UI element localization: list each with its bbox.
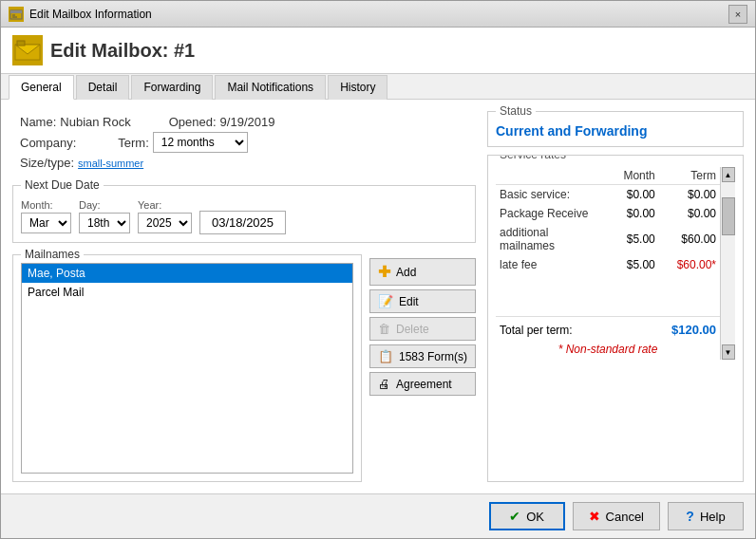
help-label: Help (700, 510, 726, 524)
tab-detail[interactable]: Detail (76, 75, 130, 100)
rates-section-title: Service rates (496, 155, 570, 161)
company-label: Company: (20, 136, 76, 150)
rate-month: $0.00 (608, 204, 659, 223)
rate-label: additional mailnames (496, 223, 608, 255)
ok-label: OK (526, 510, 544, 524)
rates-section: Service rates Month Term (487, 155, 744, 482)
main-content: Name: Nubian Rock Opened: 9/19/2019 Comp… (1, 100, 755, 493)
opened-value: 9/19/2019 (220, 115, 275, 129)
term-select[interactable]: 12 months 6 months 3 months 1 month (153, 132, 248, 153)
form1583-button[interactable]: 📋 1583 Form(s) (369, 344, 476, 368)
edit-button[interactable]: 📝 Edit (369, 289, 476, 313)
month-header: Month (608, 167, 659, 185)
mailnames-title: Mailnames (21, 248, 84, 261)
mailnames-buttons: ✚ Add 📝 Edit 🗑 Delete 📋 1583 Form(s) (369, 251, 476, 482)
delete-label: Delete (396, 323, 429, 336)
tabs-bar: General Detail Forwarding Mail Notificat… (1, 74, 755, 100)
date-display: 03/18/2025 (199, 211, 286, 234)
mailnames-group: Mailnames Mae, Posta Parcel Mail (12, 254, 362, 482)
add-label: Add (396, 266, 416, 279)
rate-row: late fee $5.00 $60.00* (496, 255, 720, 274)
rate-row: Basic service: $0.00 $0.00 (496, 185, 720, 205)
rate-label: Basic service: (496, 185, 608, 205)
header-bar: Edit Mailbox: #1 (1, 28, 755, 74)
rate-term: $0.00 (659, 204, 720, 223)
rate-label: Package Receive (496, 204, 608, 223)
mailbox-icon (12, 35, 43, 65)
name-value: Nubian Rock (60, 115, 130, 129)
cancel-label: Cancel (606, 510, 644, 524)
year-select[interactable]: 202520242026 (138, 213, 192, 233)
rate-term: $60.00* (659, 255, 720, 274)
close-button[interactable]: × (728, 5, 747, 24)
title-bar: Edit Mailbox Information × (1, 1, 755, 28)
status-section-title: Status (496, 104, 536, 118)
scroll-thumb[interactable] (722, 197, 735, 235)
svg-rect-1 (10, 10, 22, 13)
list-item[interactable]: Parcel Mail (22, 283, 352, 302)
total-label: Total per term: (500, 324, 573, 337)
help-icon: ? (686, 509, 694, 524)
day-field: Day: 18th1st2nd (79, 199, 130, 233)
total-value: $120.00 (671, 323, 716, 337)
mailnames-list[interactable]: Mae, Posta Parcel Mail (21, 263, 353, 474)
day-label: Day: (79, 199, 101, 211)
next-due-row: Month: MarJanFeb AprMayJun JulAugSep Oct… (21, 197, 467, 234)
help-button[interactable]: ? Help (668, 502, 744, 530)
delete-icon: 🗑 (378, 322, 390, 336)
size-label: Size/type: (20, 156, 74, 170)
month-select[interactable]: MarJanFeb AprMayJun JulAugSep OctNovDec (21, 213, 71, 233)
month-label: Month: (21, 199, 53, 211)
rate-row: Package Receive $0.00 $0.00 (496, 204, 720, 223)
tab-forwarding[interactable]: Forwarding (131, 75, 213, 100)
total-row: Total per term: $120.00 (496, 316, 720, 339)
form1583-label: 1583 Form(s) (399, 350, 467, 363)
opened-label: Opened: (169, 115, 217, 129)
window-title: Edit Mailbox Information (29, 8, 152, 21)
non-standard-note: * Non-standard rate (496, 339, 720, 360)
scroll-up[interactable]: ▲ (722, 167, 735, 182)
agreement-icon: 🖨 (378, 377, 390, 391)
ok-button[interactable]: ✔ OK (489, 502, 565, 530)
ok-icon: ✔ (509, 509, 520, 524)
header-title: Edit Mailbox: #1 (50, 40, 195, 62)
day-select[interactable]: 18th1st2nd (79, 213, 130, 233)
mailnames-section: Mailnames Mae, Posta Parcel Mail ✚ Add 📝… (12, 251, 476, 482)
year-field: Year: 202520242026 (138, 199, 192, 233)
rates-scrollbar[interactable]: ▲ ▼ (720, 167, 735, 360)
size-value: small-summer (78, 158, 143, 169)
agreement-label: Agreement (396, 378, 452, 391)
edit-icon: 📝 (378, 294, 393, 308)
tab-general[interactable]: General (9, 75, 74, 100)
status-section: Status Current and Forwarding (487, 111, 744, 147)
left-panel: Name: Nubian Rock Opened: 9/19/2019 Comp… (12, 111, 476, 482)
rate-month: $0.00 (608, 185, 659, 205)
tab-mail-notifications[interactable]: Mail Notifications (215, 75, 326, 100)
scroll-down[interactable]: ▼ (722, 344, 735, 360)
year-label: Year: (138, 199, 161, 211)
status-value: Current and Forwarding (496, 123, 735, 139)
rates-table: Month Term Basic service: $0.00 $0.00 (496, 167, 720, 274)
cancel-button[interactable]: ✖ Cancel (573, 502, 660, 530)
rate-label: late fee (496, 255, 608, 274)
next-due-title: Next Due Date (21, 178, 104, 192)
name-label: Name: (20, 115, 56, 129)
tab-history[interactable]: History (328, 75, 387, 100)
term-label: Term: (118, 136, 149, 150)
main-window: Edit Mailbox Information × Edit Mailbox:… (0, 0, 756, 539)
rate-month: $5.00 (608, 255, 659, 274)
add-icon: ✚ (378, 263, 390, 281)
rate-month: $5.00 (608, 223, 659, 255)
rate-term: $60.00 (659, 223, 720, 255)
title-bar-left: Edit Mailbox Information (9, 7, 152, 22)
month-field: Month: MarJanFeb AprMayJun JulAugSep Oct… (21, 199, 71, 233)
agreement-button[interactable]: 🖨 Agreement (369, 372, 476, 396)
add-button[interactable]: ✚ Add (369, 258, 476, 286)
edit-label: Edit (399, 295, 419, 308)
svg-rect-6 (17, 41, 25, 46)
window-icon (9, 7, 24, 22)
rate-term: $0.00 (659, 185, 720, 205)
delete-button[interactable]: 🗑 Delete (369, 317, 476, 341)
list-item[interactable]: Mae, Posta (22, 264, 352, 283)
size-link[interactable]: small-summer (78, 158, 143, 169)
